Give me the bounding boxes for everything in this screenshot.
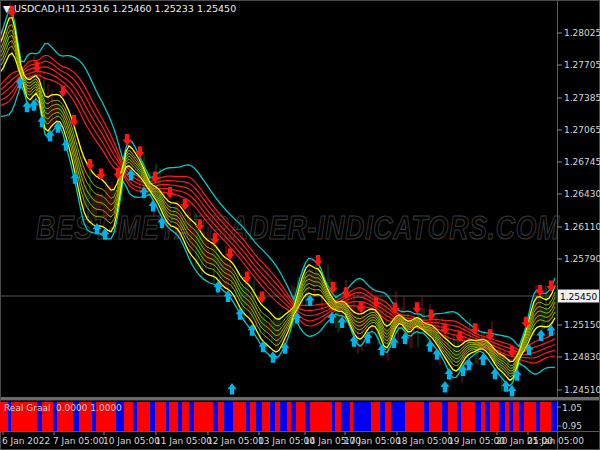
- indicator-stripe: [296, 402, 305, 431]
- price-axis-label: 1.25150: [564, 320, 600, 330]
- indicator-stripe: [461, 402, 475, 431]
- indicator-stripe: [519, 402, 524, 431]
- indicator-stripe: [124, 402, 133, 431]
- indicator-stripe: [218, 402, 224, 431]
- indicator-stripe: [305, 402, 310, 431]
- indicator-stripe: [155, 402, 166, 431]
- indicator-stripe: [233, 402, 246, 431]
- indicator-stripe: [256, 402, 262, 431]
- indicator-stripe: [332, 402, 335, 431]
- indicator-stripe: [481, 402, 485, 431]
- indicator-stripe: [385, 402, 391, 431]
- symbol-timeframe-label: USDCAD,H1: [14, 3, 71, 14]
- price-axis-label: 1.27705: [564, 60, 600, 70]
- indicator-stripe: [341, 402, 350, 431]
- price-axis-label: 1.27065: [564, 125, 600, 135]
- indicator-stripe: [551, 402, 557, 431]
- indicator-stripe: [485, 402, 490, 431]
- indicator-stripe: [448, 402, 457, 431]
- indicator-name-label: Real Graal: [4, 403, 50, 413]
- time-axis-label: 6 Jan 2022: [2, 436, 50, 446]
- time-axis-label: 18 Jan 05:00: [396, 436, 453, 446]
- indicator-stripe: [213, 402, 218, 431]
- time-axis-label: 21 Jan 05:00: [527, 436, 584, 446]
- price-axis-label: 1.24830: [564, 352, 600, 362]
- indicator-stripe: [350, 402, 353, 431]
- indicator-stripe: [182, 402, 189, 431]
- chart-dropdown-icon[interactable]: ▼: [3, 3, 11, 14]
- indicator-stripe: [169, 402, 178, 431]
- indicator-stripe: [499, 402, 505, 431]
- indicator-stripe: [490, 402, 499, 431]
- indicator-scale-top: 1.05: [562, 403, 582, 413]
- price-axis-label: 1.26745: [564, 157, 600, 167]
- indicator-stripe: [457, 402, 461, 431]
- indicator-stripe: [133, 402, 137, 431]
- indicator-stripe: [166, 402, 169, 431]
- indicator-stripe: [189, 402, 194, 431]
- indicator-stripe: [391, 402, 405, 431]
- indicator-stripe: [194, 402, 213, 431]
- indicator-stripe: [291, 402, 296, 431]
- indicator-stripe: [270, 402, 275, 431]
- indicator-stripe: [280, 402, 287, 431]
- indicator-stripe: [371, 402, 380, 431]
- indicator-stripe: [509, 402, 513, 431]
- price-axis-label: 1.25790: [564, 254, 600, 264]
- mt4-chart-window: BEST-METATRADER-INDICATORS.COM ▼ USDCAD,…: [0, 0, 600, 450]
- indicator-stripe: [380, 402, 385, 431]
- time-axis-label: 17 Jan 05:00: [344, 436, 401, 446]
- indicator-stripe: [178, 402, 182, 431]
- watermark: BEST-METATRADER-INDICATORS.COM: [36, 208, 560, 246]
- indicator-stripe: [536, 402, 540, 431]
- price-axis-label: 1.26110: [564, 222, 600, 232]
- indicator-stripe: [475, 402, 481, 431]
- indicator-stripe: [513, 402, 519, 431]
- indicator-scale-bottom: 0.95: [562, 421, 582, 431]
- time-axis-label: 10 Jan 05:00: [103, 436, 160, 446]
- indicator-stripe: [224, 402, 233, 431]
- indicator-stripe: [442, 402, 448, 431]
- indicator-stripe: [405, 402, 424, 431]
- current-price-label: 1.25450: [560, 292, 597, 302]
- indicator-stripe: [137, 402, 150, 431]
- price-axis-label: 1.26430: [564, 189, 600, 199]
- indicator-stripe: [250, 402, 256, 431]
- indicator-stripe: [262, 402, 270, 431]
- indicator-stripe: [287, 402, 291, 431]
- price-axis-label: 1.27385: [564, 93, 600, 103]
- indicator-stripe: [505, 402, 509, 431]
- indicator-values-label: 0.0000 1.0000: [56, 403, 122, 413]
- indicator-stripe: [310, 402, 332, 431]
- price-axis-label: 1.24510: [564, 385, 600, 395]
- indicator-stripe: [353, 402, 371, 431]
- indicator-stripe: [524, 402, 536, 431]
- indicator-stripe: [150, 402, 155, 431]
- price-axis-label: 1.28025: [564, 28, 600, 38]
- time-axis-label: 11 Jan 05:00: [155, 436, 212, 446]
- indicator-stripe: [424, 402, 429, 431]
- indicator-stripe: [246, 402, 250, 431]
- time-axis-label: 7 Jan 05:00: [53, 436, 105, 446]
- ohlc-values: 1.25316 1.25460 1.25233 1.25450: [70, 3, 236, 14]
- indicator-stripe: [540, 402, 551, 431]
- indicator-stripe: [335, 402, 341, 431]
- indicator-stripe: [275, 402, 280, 431]
- chart-canvas[interactable]: BEST-METATRADER-INDICATORS.COM ▼ USDCAD,…: [0, 0, 600, 450]
- indicator-stripe: [429, 402, 442, 431]
- time-axis-label: 12 Jan 05:00: [207, 436, 264, 446]
